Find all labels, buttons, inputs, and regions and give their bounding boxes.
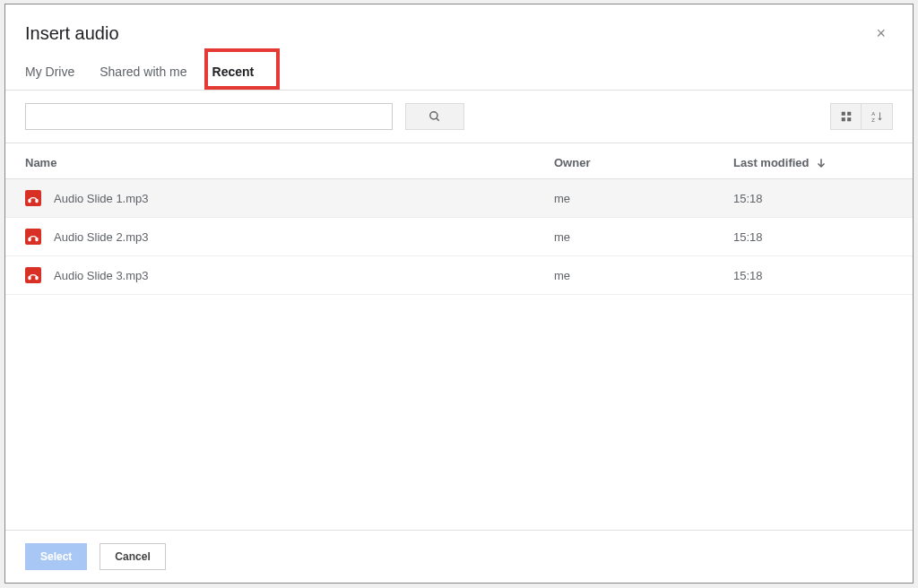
file-name: Audio Slide 2.mp3: [54, 230, 149, 244]
column-owner[interactable]: Owner: [554, 156, 733, 169]
file-owner: me: [554, 192, 733, 205]
svg-rect-13: [29, 277, 30, 280]
file-modified: 15:18: [733, 230, 893, 244]
toolbar: AZ: [5, 91, 913, 143]
file-list: Audio Slide 1.mp3 me 15:18 Audio Slide 2…: [5, 179, 913, 530]
tab-my-drive[interactable]: My Drive: [25, 56, 74, 90]
svg-rect-2: [841, 112, 844, 116]
audio-file-icon: [25, 229, 41, 245]
dialog-header: Insert audio ×: [5, 4, 913, 56]
svg-rect-5: [847, 117, 851, 121]
sort-az-button[interactable]: AZ: [862, 104, 892, 129]
tab-recent[interactable]: Recent: [212, 56, 255, 90]
close-button[interactable]: ×: [869, 21, 893, 47]
svg-rect-14: [36, 277, 38, 280]
file-row[interactable]: Audio Slide 1.mp3 me 15:18: [5, 179, 913, 218]
select-button[interactable]: Select: [25, 543, 87, 570]
svg-text:A: A: [871, 111, 875, 117]
column-last-modified[interactable]: Last modified: [733, 156, 893, 169]
column-modified-label: Last modified: [733, 156, 810, 169]
sort-az-icon: AZ: [870, 110, 883, 123]
insert-audio-dialog: Insert audio × My Drive Shared with me R…: [4, 4, 914, 584]
svg-line-1: [437, 118, 439, 121]
file-modified: 15:18: [733, 269, 893, 282]
file-name: Audio Slide 1.mp3: [54, 192, 149, 205]
cancel-button[interactable]: Cancel: [100, 543, 165, 570]
svg-rect-3: [847, 112, 851, 116]
dialog-footer: Select Cancel: [5, 530, 913, 583]
file-owner: me: [554, 269, 733, 282]
tab-shared-with-me[interactable]: Shared with me: [100, 56, 186, 90]
search-button[interactable]: [405, 103, 464, 130]
view-toggle: AZ: [830, 103, 893, 130]
arrow-down-icon: [815, 157, 827, 169]
svg-rect-9: [29, 200, 30, 203]
svg-rect-12: [36, 238, 38, 241]
column-name[interactable]: Name: [25, 156, 554, 169]
file-row[interactable]: Audio Slide 2.mp3 me 15:18: [5, 218, 913, 256]
file-modified: 15:18: [733, 192, 893, 205]
svg-point-0: [430, 112, 437, 119]
svg-rect-11: [29, 238, 30, 241]
file-row[interactable]: Audio Slide 3.mp3 me 15:18: [5, 256, 913, 295]
close-icon: ×: [876, 24, 886, 42]
audio-file-icon: [25, 267, 41, 283]
file-owner: me: [554, 230, 733, 244]
dialog-title: Insert audio: [25, 23, 119, 44]
column-headers: Name Owner Last modified: [5, 143, 913, 179]
svg-text:Z: Z: [871, 117, 875, 123]
grid-view-button[interactable]: [831, 104, 862, 129]
search-icon: [429, 110, 441, 123]
search-input[interactable]: [25, 103, 393, 130]
audio-file-icon: [25, 190, 41, 206]
grid-icon: [840, 110, 853, 123]
tabs: My Drive Shared with me Recent: [5, 56, 913, 91]
svg-rect-4: [841, 117, 844, 121]
file-name: Audio Slide 3.mp3: [54, 269, 149, 282]
svg-rect-10: [36, 200, 38, 203]
